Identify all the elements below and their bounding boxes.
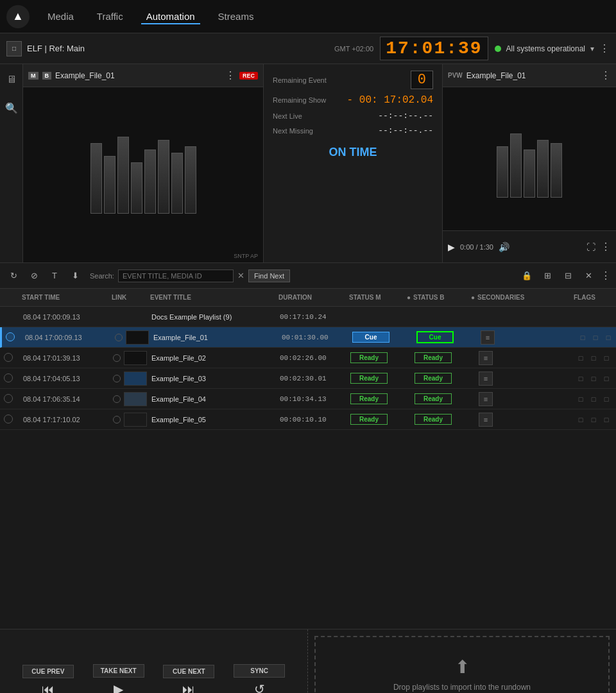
- preview-more-button[interactable]: ⋮: [225, 69, 235, 81]
- status-ready-m[interactable]: Ready: [350, 352, 388, 363]
- grid-button[interactable]: ⊞: [539, 268, 556, 284]
- sync-icon: ↺: [254, 681, 265, 693]
- row-action-4[interactable]: ✕: [613, 373, 616, 384]
- row-status-m[interactable]: Ready: [349, 414, 407, 425]
- secondary-icon: ≡: [479, 392, 493, 406]
- playlist-container: ↻ ⊘ T ⬇ Search: ✕ Find Next 🔒 ⊞ ⊟ ✕ ⋮ ST…: [0, 263, 616, 430]
- row-icon-cell: [3, 394, 22, 404]
- find-next-button[interactable]: Find Next: [248, 270, 290, 282]
- status-ready-b[interactable]: Ready: [415, 373, 452, 384]
- close-button[interactable]: ✕: [580, 268, 597, 284]
- row-action-1[interactable]: □: [575, 414, 586, 425]
- row-status-m[interactable]: Ready: [349, 393, 407, 404]
- search-clear-button[interactable]: ✕: [237, 271, 244, 280]
- sync-button[interactable]: SYNC ↺: [234, 664, 285, 693]
- pvw-more-button[interactable]: ⋮: [601, 69, 611, 81]
- left-sidebar: 🖥 🔍: [0, 64, 23, 262]
- pvw-play-button[interactable]: ▶: [448, 242, 455, 252]
- row-action-1[interactable]: □: [575, 373, 586, 384]
- header-more-button[interactable]: ⋮: [599, 42, 610, 55]
- sidebar-search-icon[interactable]: 🔍: [3, 99, 21, 117]
- row-action-4[interactable]: ✕: [613, 352, 616, 364]
- row-duration: 00:17:10.24: [278, 313, 349, 321]
- thumbnail: [126, 330, 149, 345]
- row-action-1[interactable]: □: [575, 393, 586, 405]
- status-ready-m[interactable]: Ready: [350, 414, 388, 425]
- row-status-m[interactable]: Ready: [349, 352, 407, 363]
- row-action-2[interactable]: □: [588, 352, 599, 364]
- row-action-3[interactable]: □: [601, 414, 612, 425]
- row-status-b[interactable]: Ready: [413, 373, 471, 384]
- bottom-controls: CUE PREV ⏮ TAKE NEXT ▶ CUE NEXT ⏭ SYNC ↺: [0, 629, 308, 693]
- status-cue-b[interactable]: Cue: [416, 331, 454, 343]
- window-button[interactable]: □: [6, 41, 22, 56]
- import-button[interactable]: ⬇: [67, 268, 83, 284]
- search-input[interactable]: [118, 270, 234, 282]
- row-action-4[interactable]: ✕: [613, 414, 616, 425]
- row-status-m[interactable]: Ready: [349, 373, 407, 384]
- row-action-1[interactable]: □: [577, 332, 588, 343]
- row-action-2[interactable]: □: [588, 414, 599, 425]
- pvw-fullscreen-icon[interactable]: ⛶: [586, 242, 595, 252]
- row-duration: 00:01:30.00: [280, 334, 351, 341]
- row-action-3[interactable]: □: [601, 393, 612, 405]
- pvw-volume-icon[interactable]: 🔊: [499, 242, 509, 252]
- cue-prev-button[interactable]: CUE PREV ⏮: [22, 665, 74, 694]
- row-action-2[interactable]: □: [590, 332, 601, 343]
- table-row[interactable]: 08.04 17:06:35.14 Example_File_04 00:10:…: [0, 389, 616, 409]
- link-circle-icon: [113, 354, 121, 362]
- sntp-label: SNTP AP: [234, 253, 258, 259]
- text-button[interactable]: T: [46, 268, 63, 284]
- row-action-3[interactable]: □: [601, 352, 612, 364]
- pvw-bar-3: [524, 150, 535, 198]
- status-ready-m[interactable]: Ready: [350, 373, 388, 384]
- take-next-button[interactable]: TAKE NEXT ▶: [93, 664, 144, 693]
- remaining-show-row: Remaining Show - 00: 17:02.04: [273, 94, 433, 106]
- row-secondaries: ≡: [479, 330, 576, 345]
- drop-zone[interactable]: ⬆ Drop playlists to import into the rund…: [314, 636, 610, 693]
- status-ready-b[interactable]: Ready: [415, 352, 452, 363]
- row-status-b[interactable]: Ready: [413, 352, 471, 363]
- status-ready-b[interactable]: Ready: [415, 393, 452, 404]
- view-button[interactable]: ⊟: [560, 268, 576, 284]
- next-missing-row: Next Missing --:--:--.--: [273, 126, 433, 135]
- table-row[interactable]: 08.04 17:04:05.13 Example_File_03 00:02:…: [0, 368, 616, 389]
- lock-button[interactable]: 🔒: [518, 268, 535, 284]
- status-chevron[interactable]: ▾: [590, 44, 594, 53]
- link-circle-icon: [113, 395, 121, 403]
- row-status-b[interactable]: Ready: [413, 393, 471, 404]
- nav-item-automation[interactable]: Automation: [141, 8, 200, 24]
- row-action-4[interactable]: ✕: [613, 393, 616, 405]
- pvw-controls-more[interactable]: ⋮: [601, 241, 611, 253]
- table-header: START TIME LINK EVENT TITLE DURATION STA…: [0, 289, 616, 307]
- row-status-b[interactable]: Ready: [413, 414, 471, 425]
- refresh-button[interactable]: ↻: [5, 268, 22, 284]
- nav-item-media[interactable]: Media: [42, 8, 79, 24]
- cue-next-button[interactable]: CUE NEXT ⏭: [163, 665, 214, 694]
- nav-item-traffic[interactable]: Traffic: [92, 8, 128, 24]
- toolbar-more-button[interactable]: ⋮: [601, 270, 611, 282]
- row-status-m[interactable]: Cue: [351, 332, 409, 343]
- logo[interactable]: ▲: [6, 5, 30, 28]
- row-action-2[interactable]: □: [588, 393, 599, 405]
- status-ready-m[interactable]: Ready: [350, 393, 388, 404]
- status-ready-b[interactable]: Ready: [415, 414, 452, 425]
- no-icon-button[interactable]: ⊘: [26, 268, 42, 284]
- row-action-2[interactable]: □: [588, 373, 599, 384]
- row-action-3[interactable]: □: [603, 332, 614, 343]
- table-row[interactable]: 08.04 17:00:09.13 Example_File_01 00:01:…: [0, 327, 616, 348]
- row-status-b[interactable]: Cue: [415, 331, 473, 343]
- row-action-3[interactable]: □: [601, 373, 612, 384]
- table-row[interactable]: 08.04 17:01:39.13 Example_File_02 00:02:…: [0, 348, 616, 368]
- row-action-1[interactable]: □: [575, 352, 586, 364]
- table-row[interactable]: 08.04 17:17:10.02 Example_File_05 00:00:…: [0, 409, 616, 430]
- row-actions: □ □ □ ✕: [574, 393, 616, 405]
- row-actions: □ □ □ ✕: [574, 414, 616, 425]
- status-cue-m[interactable]: Cue: [352, 332, 389, 343]
- badge-m: M: [28, 72, 38, 80]
- nav-item-streams[interactable]: Streams: [213, 8, 259, 24]
- link-circle-icon: [113, 416, 121, 424]
- top-nav: ▲ Media Traffic Automation Streams: [0, 0, 616, 33]
- empty-space: [0, 430, 616, 629]
- sidebar-monitor-icon[interactable]: 🖥: [3, 71, 21, 89]
